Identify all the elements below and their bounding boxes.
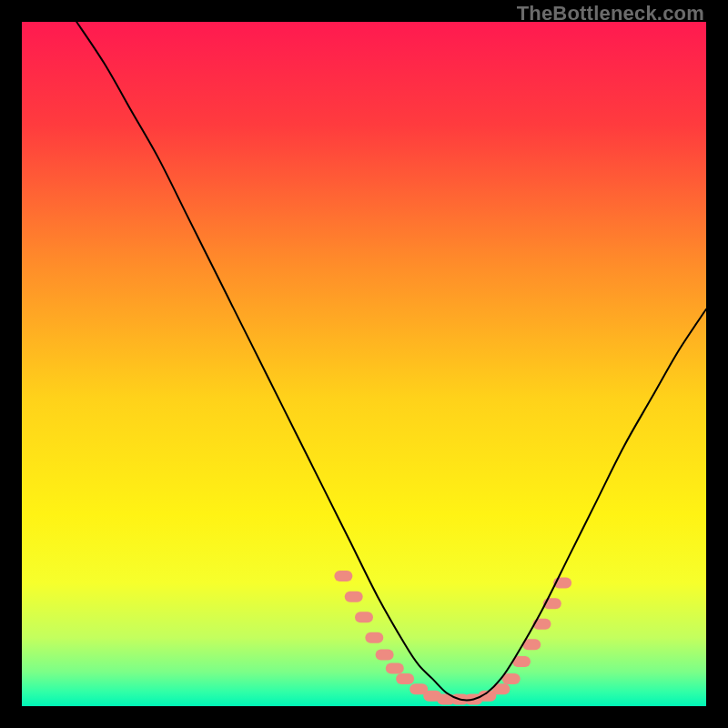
marker-capsule bbox=[376, 650, 394, 661]
marker-capsule bbox=[396, 673, 414, 684]
chart-frame bbox=[22, 22, 706, 706]
marker-capsule bbox=[386, 663, 404, 674]
marker-capsule bbox=[345, 592, 363, 602]
marker-capsule bbox=[355, 612, 373, 622]
bottleneck-chart bbox=[22, 22, 706, 706]
chart-background bbox=[22, 22, 706, 706]
marker-capsule bbox=[334, 571, 352, 581]
marker-capsule bbox=[365, 632, 383, 643]
